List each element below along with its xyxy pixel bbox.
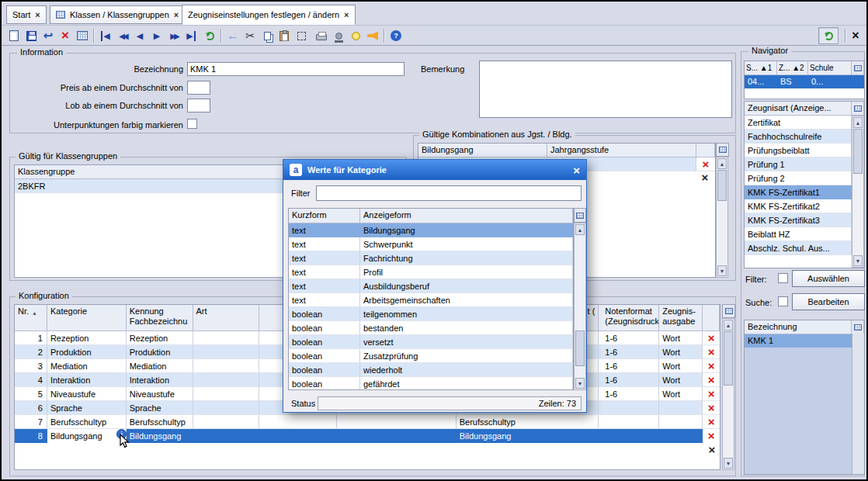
cut-button[interactable]: ✂	[242, 28, 258, 43]
tab-close-icon[interactable]: ×	[35, 10, 40, 19]
table-menu-button[interactable]	[852, 61, 864, 75]
bezeichnung-scrollbar[interactable]	[852, 334, 864, 474]
tab-start[interactable]: Start ×	[6, 5, 47, 24]
column-header-jahrgangsstufe[interactable]: Jahrgangsstufe	[547, 144, 696, 157]
clear-row-button[interactable]: ×	[703, 444, 720, 455]
scroll-up-icon[interactable]: ▲	[724, 320, 733, 330]
help-button[interactable]: ?	[388, 28, 404, 43]
table-menu-button[interactable]	[716, 143, 729, 157]
list-item[interactable]: KMK FS-Zertifikat3	[745, 213, 864, 227]
nav-next-page-button[interactable]: ▶▶	[166, 28, 182, 43]
table-edit-button[interactable]	[75, 28, 90, 43]
bezeichnung-input[interactable]	[187, 62, 404, 76]
konfig-scrollbar[interactable]: ▲ ▼	[722, 318, 734, 470]
column-header-kennung[interactable]: KennungFachbezeichnu	[127, 305, 193, 331]
list-item[interactable]: Prüfungsbeiblatt	[745, 144, 864, 157]
delete-row-button[interactable]: ×	[703, 359, 720, 373]
column-header-zeugnisausgabe[interactable]: Zeugnis-ausgabe	[659, 305, 703, 331]
column-header-notenformat[interactable]: Notenformat(Zeugnisdruck	[599, 305, 659, 331]
auswaehlen-button[interactable]: Auswählen	[792, 270, 865, 287]
list-item[interactable]: KMK FS-Zertifikat2	[745, 199, 864, 213]
preis-input[interactable]	[187, 81, 210, 95]
paste-button[interactable]	[276, 28, 292, 43]
scroll-down-icon[interactable]: ▼	[575, 378, 585, 389]
tab-zeugniseinstellungen[interactable]: Zeugniseinstellungen festlegen / ändern …	[182, 5, 356, 25]
table-menu-button[interactable]	[852, 320, 864, 334]
undo-button[interactable]: ↩	[40, 28, 56, 43]
table-menu-button[interactable]	[852, 102, 864, 116]
table-row[interactable]: booleanteilgenommen	[289, 307, 573, 321]
table-row[interactable]: textProfil	[289, 265, 573, 279]
copy-button[interactable]	[259, 28, 275, 43]
bemerkung-textarea[interactable]	[479, 61, 732, 118]
table-row-selected[interactable]: textBildungsgang	[289, 223, 573, 237]
select-area-button[interactable]	[293, 28, 309, 43]
new-document-button[interactable]	[6, 28, 22, 43]
scroll-thumb[interactable]	[717, 170, 727, 201]
bearbeiten-button[interactable]: Bearbeiten	[792, 293, 865, 310]
tab-close-icon[interactable]: ×	[174, 10, 179, 19]
column-header-kurzform[interactable]: Kurzform	[289, 209, 360, 223]
list-item[interactable]: Fachhochschulreife	[745, 130, 864, 144]
scroll-thumb[interactable]	[575, 330, 585, 366]
tab-close-icon[interactable]: ×	[344, 10, 349, 19]
delete-row-button[interactable]: ×	[703, 331, 720, 345]
clear-row-button[interactable]: ×	[696, 171, 714, 183]
delete-button[interactable]: ×	[57, 28, 73, 43]
tab-klassen[interactable]: Klassen / Klassengruppen ×	[50, 5, 185, 24]
column-header-bildungsgang[interactable]: Bildungsgang	[418, 144, 547, 157]
list-item[interactable]: Beiblatt HZ	[745, 227, 864, 241]
unterpunktungen-checkbox[interactable]	[187, 119, 197, 129]
column-header-art[interactable]: Art	[193, 305, 260, 331]
delete-row-button[interactable]: ×	[703, 429, 720, 443]
column-header-zeugnisart[interactable]: Zeugnisart (Anzeige...	[745, 102, 852, 116]
list-item[interactable]: Zertifikat	[745, 116, 864, 130]
announce-button[interactable]	[365, 28, 380, 43]
dialog-titlebar[interactable]: a Werte für Kategorie ×	[283, 160, 586, 180]
column-header-kategorie[interactable]: Kategorie	[47, 305, 127, 331]
list-item[interactable]: Abschlz. Schul. Aus...	[745, 241, 864, 255]
list-item[interactable]: Prüfung 1	[745, 157, 864, 171]
dialog-close-icon[interactable]: ×	[573, 164, 580, 177]
scroll-down-icon[interactable]: ▼	[717, 265, 727, 276]
scroll-thumb[interactable]	[853, 129, 863, 174]
table-row[interactable]: booleanZusatzprüfung	[289, 349, 573, 363]
delete-row-button[interactable]: ×	[703, 415, 720, 429]
scroll-down-icon[interactable]: ▼	[853, 255, 863, 266]
table-menu-button[interactable]	[574, 208, 586, 223]
stamp-button[interactable]	[331, 28, 346, 43]
lob-input[interactable]	[187, 99, 210, 112]
list-item-selected[interactable]: KMK FS-Zertifikat1	[745, 185, 864, 199]
column-header-s[interactable]: S... ▲1	[745, 61, 777, 75]
refresh-button[interactable]	[202, 28, 217, 43]
column-header-schule[interactable]: Schule	[808, 61, 852, 75]
print-button[interactable]	[314, 28, 329, 43]
close-panel-button[interactable]: ×	[848, 28, 863, 43]
delete-row-button[interactable]: ×	[703, 401, 720, 415]
back-button[interactable]: ←	[225, 28, 241, 43]
nav-prev-button[interactable]: ◀	[132, 28, 148, 43]
column-header-anzeigeform[interactable]: Anzeigeform	[360, 209, 573, 223]
column-header-z[interactable]: Z... ▲2	[777, 61, 808, 75]
list-scrollbar[interactable]: ▲ ▼	[852, 116, 864, 268]
table-row[interactable]: textSchwerpunkt	[289, 237, 573, 251]
nav-last-button[interactable]: ▶	[183, 28, 199, 43]
school-row-selected[interactable]: 04... BS 0...	[745, 75, 864, 88]
column-header-nr[interactable]: Nr.▲	[15, 305, 47, 331]
refresh-view-button[interactable]	[818, 27, 838, 44]
table-menu-button[interactable]	[722, 304, 735, 318]
nav-prev-page-button[interactable]: ◀◀	[115, 28, 130, 43]
table-row[interactable]: booleanbestanden	[289, 321, 573, 335]
table-row[interactable]: textAusbildungsberuf	[289, 279, 573, 293]
filter-checkbox[interactable]	[778, 273, 788, 283]
cell-kategorie-editing[interactable]: Bildungsgang	[47, 429, 127, 443]
scroll-thumb[interactable]	[724, 331, 733, 386]
delete-row-button[interactable]: ×	[696, 157, 715, 171]
table-row[interactable]: textArbeitsgemeinschaften	[289, 293, 573, 307]
delete-row-button[interactable]: ×	[703, 345, 720, 359]
scroll-up-icon[interactable]: ▲	[575, 224, 585, 235]
filter-input[interactable]	[316, 185, 582, 201]
table-row[interactable]: booleanwiederholt	[289, 363, 573, 377]
list-item[interactable]: Prüfung 2	[745, 171, 864, 185]
table-row[interactable]: 7 Berufsschultyp Berufsschultyp Berufssc…	[15, 415, 720, 429]
